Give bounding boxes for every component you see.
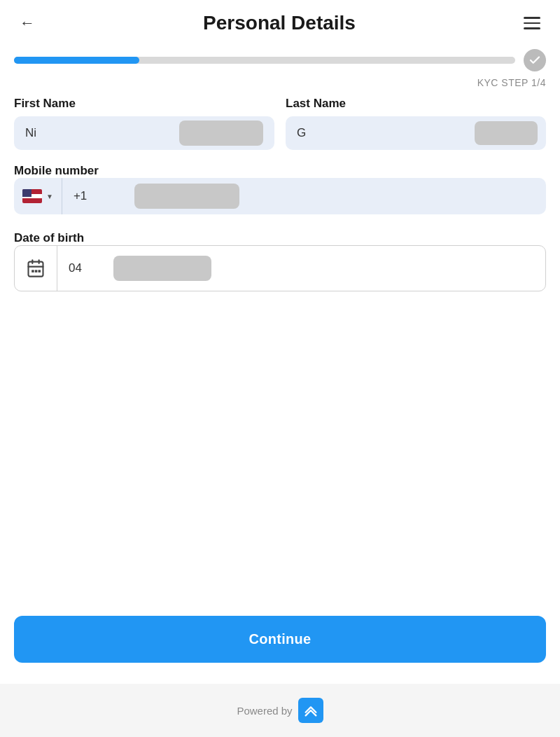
menu-icon-line3 bbox=[524, 27, 540, 29]
last-name-redact bbox=[475, 121, 538, 145]
brand-logo-icon bbox=[303, 703, 318, 718]
spacer bbox=[0, 455, 560, 602]
kyc-step-label: KYC STEP 1/4 bbox=[0, 74, 560, 97]
name-row: First Name Last Name bbox=[14, 97, 546, 150]
calendar-icon bbox=[26, 259, 46, 278]
flag-us-icon bbox=[22, 189, 42, 203]
phone-input-area bbox=[92, 178, 546, 214]
svg-rect-0 bbox=[29, 262, 43, 277]
dob-input-wrapper bbox=[14, 245, 546, 291]
mobile-input[interactable] bbox=[92, 178, 134, 214]
mobile-section: Mobile number ▼ +1 bbox=[14, 164, 546, 214]
dob-section: Date of birth bbox=[14, 231, 546, 291]
first-name-label: First Name bbox=[14, 97, 274, 111]
menu-button[interactable] bbox=[518, 14, 546, 32]
progress-section bbox=[0, 43, 560, 74]
progress-bar-fill bbox=[14, 57, 139, 64]
phone-prefix: +1 bbox=[62, 178, 92, 214]
brand-logo bbox=[298, 698, 323, 723]
country-selector[interactable]: ▼ bbox=[14, 178, 62, 214]
powered-by-text: Powered by bbox=[237, 705, 292, 717]
country-dropdown-arrow: ▼ bbox=[46, 193, 53, 200]
dob-input-area bbox=[57, 249, 545, 288]
menu-icon-line2 bbox=[524, 22, 540, 25]
header: ← Personal Details bbox=[0, 0, 560, 43]
phone-redact bbox=[134, 184, 239, 209]
calendar-icon-box bbox=[15, 246, 57, 291]
first-name-redact bbox=[179, 120, 263, 146]
mobile-input-wrapper: ▼ +1 bbox=[14, 178, 546, 214]
continue-button[interactable]: Continue bbox=[14, 616, 546, 663]
menu-icon-line1 bbox=[524, 17, 540, 19]
last-name-group: Last Name bbox=[286, 97, 546, 150]
first-name-group: First Name bbox=[14, 97, 274, 150]
bottom-spacer bbox=[0, 663, 560, 684]
page-title: Personal Details bbox=[203, 12, 356, 34]
dob-redact bbox=[113, 256, 211, 281]
last-name-label: Last Name bbox=[286, 97, 546, 111]
svg-rect-6 bbox=[38, 270, 41, 273]
progress-check-icon bbox=[524, 49, 546, 71]
progress-bar-container bbox=[14, 57, 515, 64]
dob-input[interactable] bbox=[69, 249, 111, 288]
svg-rect-5 bbox=[35, 270, 38, 273]
form-container: First Name Last Name Mobile number bbox=[0, 97, 560, 455]
mobile-label: Mobile number bbox=[14, 164, 99, 177]
back-button[interactable]: ← bbox=[14, 11, 41, 35]
first-name-input-wrapper bbox=[14, 116, 274, 150]
dob-label: Date of birth bbox=[14, 231, 84, 244]
last-name-input-wrapper bbox=[286, 116, 546, 150]
footer: Powered by bbox=[0, 684, 560, 737]
svg-rect-4 bbox=[31, 270, 34, 273]
